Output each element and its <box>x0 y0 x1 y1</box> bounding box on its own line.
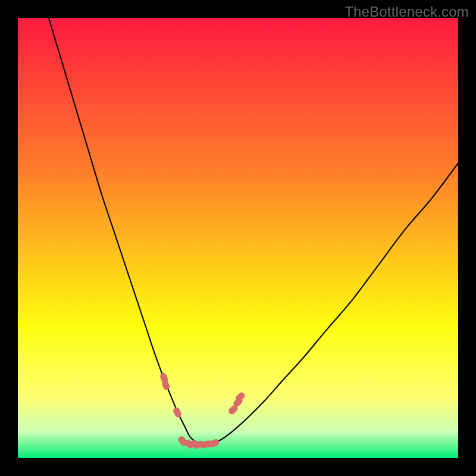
chart-frame: TheBottleneck.com <box>0 0 476 476</box>
watermark-text: TheBottleneck.com <box>345 4 469 20</box>
chart-svg <box>18 18 458 458</box>
plot-area <box>18 18 458 458</box>
gradient-background <box>18 18 458 458</box>
